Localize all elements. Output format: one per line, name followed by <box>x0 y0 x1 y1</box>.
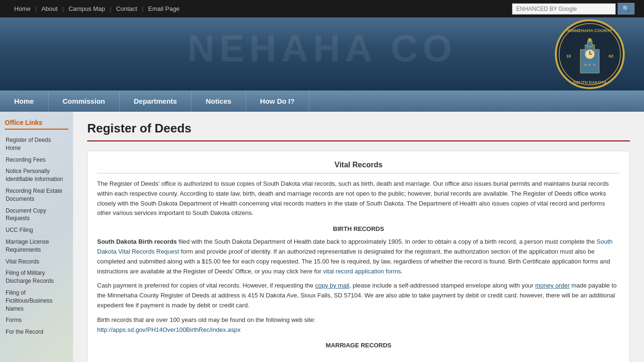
svg-text:SOUTH DAKOTA: SOUTH DAKOTA <box>573 80 607 85</box>
sidebar-link-11[interactable]: For the Record <box>5 326 68 338</box>
content-box: Vital Records The Register of Deeds' off… <box>87 151 630 362</box>
birth-para1-end: . <box>401 268 403 275</box>
sidebar-link-6[interactable]: Marriage License Requirements <box>5 236 68 256</box>
top-bar: Home | About | Campus Map | Contact | Em… <box>0 0 644 17</box>
sidebar-link-0[interactable]: Register of Deeds Home <box>5 134 68 154</box>
nav-contact[interactable]: Contact <box>111 5 142 12</box>
svg-text:★ ★ ★: ★ ★ ★ <box>584 63 595 67</box>
sidebar-link-7[interactable]: Vital Records <box>5 256 68 268</box>
nav-item-how-do-i[interactable]: How Do I? <box>246 90 309 112</box>
svg-text:62: 62 <box>609 54 613 58</box>
nav-item-home[interactable]: Home <box>0 90 49 112</box>
sidebar-link-1[interactable]: Recording Fees <box>5 154 68 166</box>
sidebar: Office Links Register of Deeds Home Reco… <box>0 112 73 362</box>
birth-para3-text: Birth records that are over 100 years ol… <box>97 316 315 323</box>
search-button[interactable]: 🔍 <box>618 3 635 15</box>
sidebar-link-9[interactable]: Filing of Fictitious/Business Names <box>5 287 68 314</box>
birth-records-title: BIRTH RECORDS <box>97 225 620 232</box>
content-wrapper: Office Links Register of Deeds Home Reco… <box>0 112 644 362</box>
nav-campus-map[interactable]: Campus Map <box>64 5 109 12</box>
birth-paragraph-1: South Dakota Birth records filed with th… <box>97 237 620 276</box>
search-form: 🔍 <box>512 3 635 15</box>
copy-by-mail-link[interactable]: copy by mail <box>315 282 349 289</box>
svg-point-9 <box>588 38 592 42</box>
nav-email-page[interactable]: Email Page <box>143 5 184 12</box>
nav-about[interactable]: About <box>37 5 62 12</box>
birth-para2-mid: , please include a self-addressed stampe… <box>349 282 536 289</box>
birth-paragraph-2: Cash payment is preferred for copies of … <box>97 281 620 310</box>
birth-records-link[interactable]: http://apps.sd.gov/PH14Over100BirthRec/i… <box>97 326 240 333</box>
svg-text:MINNEHAHA COUNTY: MINNEHAHA COUNTY <box>567 28 612 33</box>
sidebar-title: Office Links <box>5 119 68 130</box>
nav-item-notices[interactable]: Notices <box>191 90 246 112</box>
vital-record-forms-link[interactable]: vital record application forms <box>323 268 401 275</box>
nav-item-departments[interactable]: Departments <box>120 90 192 112</box>
sidebar-link-3[interactable]: Recording Real Estate Documents <box>5 185 68 205</box>
search-input[interactable] <box>512 3 616 15</box>
nav-home[interactable]: Home <box>9 5 35 12</box>
intro-paragraph: The Register of Deeds' office is authori… <box>97 179 620 218</box>
sidebar-link-4[interactable]: Document Copy Requests <box>5 205 68 225</box>
sidebar-link-10[interactable]: Forms <box>5 314 68 326</box>
main-nav: Home Commission Departments Notices How … <box>0 90 644 112</box>
birth-paragraph-3: Birth records that are over 100 years ol… <box>97 315 620 335</box>
svg-text:18: 18 <box>566 54 571 58</box>
birth-para1-rest: filed with the South Dakota Department o… <box>177 238 596 245</box>
logo: MINNEHAHA COUNTY SOUTH DAKOTA 18 62 ★ ★ … <box>554 19 625 90</box>
sidebar-link-2[interactable]: Notice Personally Identifiable Informati… <box>5 165 68 185</box>
birth-para2-start: Cash payment is preferred for copies of … <box>97 282 315 289</box>
sidebar-link-5[interactable]: UCC Filing <box>5 224 68 236</box>
header: NEHAHA CO MINNEHAHA COUNTY SOUTH DAKOTA … <box>0 17 644 90</box>
vital-records-title: Vital Records <box>97 161 620 173</box>
nav-item-commission[interactable]: Commission <box>49 90 120 112</box>
header-bg-text: NEHAHA CO <box>187 27 456 70</box>
sidebar-link-8[interactable]: Filing of Military Discharge Records <box>5 267 68 287</box>
page-title: Register of Deeds <box>87 121 630 141</box>
birth-bold-label: South Dakota Birth records <box>97 238 177 245</box>
money-order-link[interactable]: money order <box>535 282 570 289</box>
marriage-records-title: MARRIAGE RECORDS <box>97 342 620 349</box>
main-content: Register of Deeds Vital Records The Regi… <box>73 112 644 362</box>
